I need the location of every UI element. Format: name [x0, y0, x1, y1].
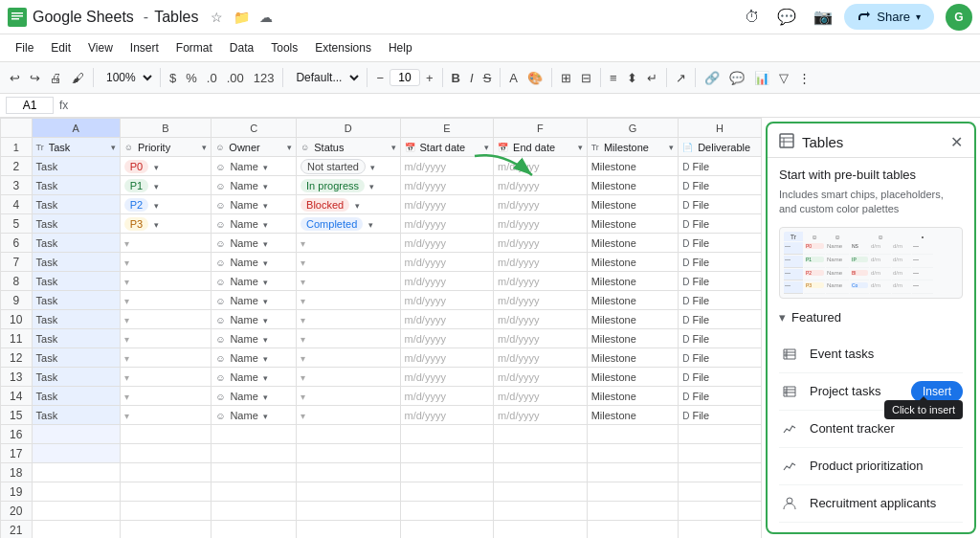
share-button[interactable]: Share ▾: [844, 4, 934, 30]
more-button[interactable]: ⋮: [794, 68, 814, 88]
panel-item-product-prioritization[interactable]: Product prioritization: [779, 448, 963, 485]
comment-button[interactable]: 💬: [725, 68, 748, 88]
cell-5-deliverable[interactable]: D File: [679, 214, 762, 234]
cell-2-owner[interactable]: ☺ Name ▾: [212, 157, 297, 176]
header-status[interactable]: ☺ Status ▾: [297, 138, 400, 157]
cell-5-task[interactable]: Task: [32, 214, 120, 234]
undo-button[interactable]: ↩: [6, 68, 24, 88]
col-header-E[interactable]: E: [400, 119, 494, 138]
cell-3-deliverable[interactable]: D File: [679, 176, 762, 195]
camera-icon[interactable]: 📷: [813, 8, 833, 26]
col-header-B[interactable]: B: [120, 119, 211, 138]
print-button[interactable]: 🖨: [46, 68, 66, 88]
menu-data[interactable]: Data: [222, 39, 261, 56]
menu-edit[interactable]: Edit: [43, 39, 78, 56]
cell-reference-input[interactable]: [6, 97, 54, 114]
cell-5-status[interactable]: Completed ▾: [297, 214, 400, 234]
format-number-button[interactable]: 123: [250, 68, 278, 88]
star-icon[interactable]: ☆: [211, 10, 223, 25]
cell-5-milestone[interactable]: Milestone: [587, 214, 678, 234]
col-header-A[interactable]: A: [32, 119, 120, 138]
cell-3-task[interactable]: Task: [32, 176, 120, 195]
cell-4-task[interactable]: Task: [32, 195, 120, 214]
cell-5-priority[interactable]: P3 ▾: [120, 214, 211, 234]
text-color-button[interactable]: A: [505, 68, 522, 88]
font-size-decrease[interactable]: −: [372, 68, 388, 88]
col-header-C[interactable]: C: [212, 119, 297, 138]
featured-chevron-icon[interactable]: ▾: [779, 310, 786, 325]
panel-close-button[interactable]: ✕: [950, 133, 963, 151]
featured-section[interactable]: ▾ Featured: [779, 310, 963, 325]
cell-5-start[interactable]: m/d/yyyy: [400, 214, 494, 234]
spreadsheet[interactable]: A B C D E F G H 1: [0, 118, 762, 538]
merge-button[interactable]: ⊟: [577, 68, 595, 88]
avatar[interactable]: G: [946, 4, 972, 31]
history-icon[interactable]: ⏱: [745, 9, 760, 26]
panel-item-recruitment[interactable]: Recruitment applicants: [779, 485, 963, 523]
menu-help[interactable]: Help: [381, 39, 420, 56]
col-header-F[interactable]: F: [494, 119, 588, 138]
menu-extensions[interactable]: Extensions: [307, 39, 379, 56]
cell-4-start[interactable]: m/d/yyyy: [400, 195, 494, 214]
cell-5-end[interactable]: m/d/yyyy: [494, 214, 588, 234]
formula-input[interactable]: [74, 98, 974, 113]
col-header-D[interactable]: D: [297, 119, 400, 138]
cell-3-owner[interactable]: ☺ Name ▾: [212, 176, 297, 195]
col-header-H[interactable]: H: [679, 119, 762, 138]
cell-4-milestone[interactable]: Milestone: [587, 195, 678, 214]
currency-button[interactable]: $: [166, 68, 180, 88]
panel-item-event-tasks[interactable]: Event tasks: [779, 336, 963, 373]
cell-2-status[interactable]: Not started ▾: [297, 157, 400, 176]
cell-3-milestone[interactable]: Milestone: [587, 176, 678, 195]
cell-2-deliverable[interactable]: D File: [679, 157, 762, 176]
wrap-button[interactable]: ↵: [643, 68, 661, 88]
header-milestone[interactable]: Tr Milestone ▾: [587, 138, 678, 157]
link-button[interactable]: 🔗: [701, 68, 724, 88]
cloud-icon[interactable]: ☁: [259, 10, 273, 25]
cell-4-priority[interactable]: P2 ▾: [120, 195, 211, 214]
cell-2-priority[interactable]: P0 ▾: [120, 157, 211, 176]
cell-4-end[interactable]: m/d/yyyy: [494, 195, 588, 214]
menu-tools[interactable]: Tools: [263, 39, 305, 56]
font-select[interactable]: Default...: [288, 68, 362, 87]
cell-3-priority[interactable]: P1 ▾: [120, 176, 211, 195]
decimal-dec-button[interactable]: .0: [203, 68, 221, 88]
menu-insert[interactable]: Insert: [122, 39, 167, 56]
fill-color-button[interactable]: 🎨: [523, 68, 546, 88]
panel-item-event-planning[interactable]: Event planning ›: [779, 523, 963, 532]
redo-button[interactable]: ↪: [26, 68, 44, 88]
font-size-input[interactable]: [390, 69, 420, 86]
header-deliverable[interactable]: 📄 Deliverable: [679, 138, 762, 157]
zoom-select[interactable]: 100%: [99, 68, 155, 87]
menu-format[interactable]: Format: [168, 39, 220, 56]
chat-icon[interactable]: 💬: [777, 8, 796, 26]
panel-item-project-tasks[interactable]: Project tasks Insert Click to insert: [779, 373, 963, 411]
menu-file[interactable]: File: [8, 39, 41, 56]
chart-button[interactable]: 📊: [750, 68, 773, 88]
cell-5-owner[interactable]: ☺ Name ▾: [212, 214, 297, 234]
valign-button[interactable]: ⬍: [623, 68, 641, 88]
text-rotation-button[interactable]: ↗: [672, 68, 690, 88]
borders-button[interactable]: ⊞: [557, 68, 575, 88]
font-size-increase[interactable]: +: [422, 68, 437, 88]
align-button[interactable]: ≡: [606, 68, 621, 88]
cell-4-deliverable[interactable]: D File: [679, 195, 762, 214]
cell-3-status[interactable]: In progress ▾: [297, 176, 400, 195]
folder-icon[interactable]: 📁: [234, 10, 250, 25]
filter-button[interactable]: ▽: [775, 68, 792, 88]
decimal-inc-button[interactable]: .00: [223, 68, 248, 88]
cell-2-milestone[interactable]: Milestone: [587, 157, 678, 176]
share-dropdown-arrow[interactable]: ▾: [916, 11, 921, 22]
percent-button[interactable]: %: [182, 68, 201, 88]
cell-2-task[interactable]: Task: [32, 157, 120, 176]
italic-button[interactable]: I: [466, 68, 478, 88]
strikethrough-button[interactable]: S: [479, 68, 496, 88]
paint-format-button[interactable]: 🖌: [68, 68, 88, 88]
col-header-G[interactable]: G: [587, 119, 678, 138]
cell-4-status[interactable]: Blocked ▾: [297, 195, 400, 214]
menu-view[interactable]: View: [80, 39, 121, 56]
cell-4-owner[interactable]: ☺ Name ▾: [212, 195, 297, 214]
bold-button[interactable]: B: [448, 68, 464, 88]
header-task[interactable]: Tr Task ▾: [32, 138, 120, 157]
header-priority[interactable]: ☺ Priority ▾: [120, 138, 211, 157]
